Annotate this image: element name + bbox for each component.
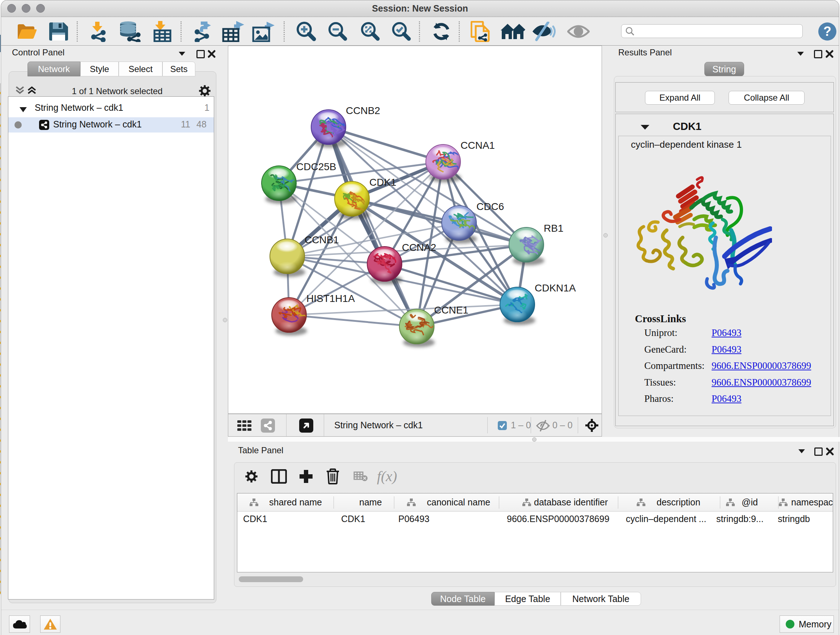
- svg-text:CDK1: CDK1: [369, 177, 396, 188]
- svg-text:HIST1H1A: HIST1H1A: [306, 293, 355, 304]
- svg-text:CCNB2: CCNB2: [346, 105, 380, 116]
- svg-text:CCNB1: CCNB1: [305, 234, 339, 245]
- svg-text:CCNE1: CCNE1: [434, 304, 469, 316]
- svg-text:CDC6: CDC6: [477, 201, 504, 212]
- svg-text:CCNA2: CCNA2: [402, 242, 436, 253]
- svg-text:?: ?: [823, 24, 831, 39]
- svg-text:RB1: RB1: [544, 223, 563, 234]
- svg-text:CDC25B: CDC25B: [296, 161, 336, 172]
- svg-text:CCNA1: CCNA1: [461, 140, 495, 151]
- svg-text:CDKN1A: CDKN1A: [535, 282, 576, 294]
